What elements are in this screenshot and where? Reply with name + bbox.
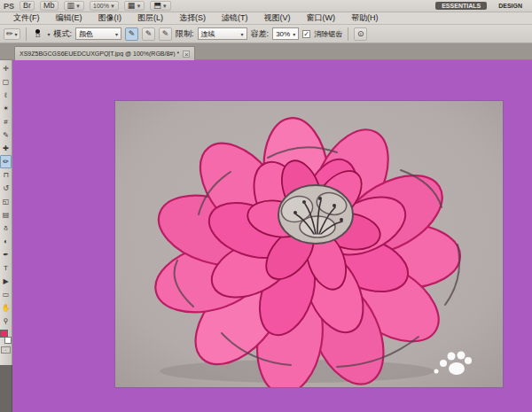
history-brush-tool[interactable]: ↺ [0,182,12,195]
marquee-icon: ▢ [3,78,10,86]
menu-image[interactable]: 图像(I) [90,12,130,24]
sampling-background-swatch-button[interactable]: ✎ [159,27,172,41]
divider [26,27,27,41]
gradient-tool[interactable]: ▤ [0,208,12,222]
menu-help[interactable]: 帮助(H) [343,12,387,24]
gradient-icon: ▤ [3,211,10,219]
menu-layer[interactable]: 图层(L) [129,12,171,24]
antialias-checkbox[interactable]: ✓ [302,30,310,38]
arrange-documents-icon: ▦ [128,2,136,10]
close-icon[interactable]: × [183,51,190,58]
menu-select[interactable]: 选择(S) [171,12,214,24]
hand-icon: ✋ [2,304,11,312]
eraser-tool[interactable]: ◱ [0,195,12,208]
eyedropper-swatch-icon: ✎ [162,30,169,38]
flower-artwork [115,101,503,387]
tool-preset-picker[interactable]: ✏ ▾ [4,28,20,40]
zoom-tool[interactable]: ⚲ [0,315,12,328]
sampling-once-button[interactable]: ✎ [142,27,155,41]
background-color-swatch[interactable] [4,337,12,344]
clone-stamp-tool[interactable]: ⊓ [0,168,12,182]
tolerance-input[interactable]: 30% ▾ [272,27,299,40]
tools-panel: ✛ ▢ ℓ ✶ # ✎ ✚ ✏ ⊓ ↺ ◱ ▤ δ ◐ ✒ T ▶ ▭ ✋ ⚲ … [0,60,12,365]
zoom-level-value: 100% [93,3,109,9]
workspace-essentials-button[interactable]: ESSENTIALS [435,2,487,10]
eyedropper-icon: ✎ [3,131,9,139]
limits-label: 限制: [176,28,194,40]
chevron-down-icon: ▾ [15,31,18,37]
tools-panel-footer [0,365,12,412]
tool-options-bar: ✏ ▾ 13 ▾ 模式: 颜色 ▾ ✎ ✎ ✎ 限制: 连续 ▾ 容差: 30%… [0,25,532,43]
tablet-pressure-button[interactable]: ⊙ [354,27,367,41]
type-tool[interactable]: T [0,261,12,275]
menu-file[interactable]: 文件(F) [5,12,48,24]
chevron-down-icon: ▼ [75,4,81,9]
document-canvas[interactable] [115,101,503,387]
shape-tool[interactable]: ▭ [0,288,12,301]
eyedropper-once-icon: ✎ [145,30,153,38]
mini-bridge-button[interactable]: Mb [40,1,59,11]
menu-view[interactable]: 视图(V) [256,12,299,24]
quick-selection-icon: ✶ [3,105,9,113]
menu-bar: 文件(F) 编辑(E) 图像(I) 图层(L) 选择(S) 滤镜(T) 视图(V… [0,12,532,25]
menu-window[interactable]: 窗口(W) [299,12,344,24]
document-tab[interactable]: XS9Z5BGCGS6EUEDCUXGPQ[T.jpg @ 100%(RGB/8… [14,46,195,60]
brush-preset-picker[interactable]: 13 [32,29,44,38]
crop-tool[interactable]: # [0,115,12,128]
tolerance-label: 容差: [251,28,270,40]
chevron-down-icon: ▼ [110,4,115,9]
healing-brush-tool[interactable]: ✚ [0,142,12,155]
eyedropper-tool[interactable]: ✎ [0,128,12,142]
hand-tool[interactable]: ✋ [0,301,12,315]
marquee-tool[interactable]: ▢ [0,75,12,89]
crop-icon: # [4,118,7,126]
color-replacement-brush-tool[interactable]: ✏ [0,155,12,168]
mode-label: 模式: [54,28,73,40]
limits-select[interactable]: 连续 ▾ [198,27,247,40]
document-title: XS9Z5BGCGS6EUEDCUXGPQ[T.jpg @ 100%(RGB/8… [20,51,179,57]
workspace-design-button[interactable]: DESIGN [492,2,528,10]
mini-bridge-icon: Mb [43,2,55,10]
path-selection-tool[interactable]: ▶ [0,275,12,288]
clone-stamp-icon: ⊓ [3,171,8,179]
dodge-tool[interactable]: ◐ [0,235,12,248]
menu-edit[interactable]: 编辑(E) [48,12,90,24]
eyedropper-continuous-icon: ✎ [129,30,136,38]
dodge-icon: ◐ [4,237,8,245]
sampling-continuous-button[interactable]: ✎ [125,27,138,41]
document-tab-strip: XS9Z5BGCGS6EUEDCUXGPQ[T.jpg @ 100%(RGB/8… [0,43,532,60]
application-bar: PS Br Mb ▥ ▼ 100% ▼ ▦ ▼ ⬒ ▼ ESSENTIALS D… [0,0,532,12]
view-extras-button[interactable]: ▥ ▼ [64,1,84,11]
shape-icon: ▭ [3,291,10,299]
foreground-color-swatch[interactable] [0,330,8,338]
color-swatches [0,330,12,344]
screen-mode-button[interactable]: ⬒ ▼ [150,1,170,11]
blur-icon: δ [4,224,7,232]
lasso-icon: ℓ [4,91,7,99]
pen-tool[interactable]: ✒ [0,248,12,261]
pen-icon: ✒ [3,251,9,259]
history-brush-icon: ↺ [3,184,9,192]
chevron-down-icon: ▾ [48,31,51,37]
photoshop-window: { "app": { "logo": "PS", "zoom_level": "… [0,0,532,412]
chevron-down-icon: ▼ [162,4,168,9]
photoshop-logo: PS [4,2,14,11]
limits-value: 连续 [201,29,215,39]
active-tool-icon: ✏ [6,30,13,38]
lasso-tool[interactable]: ℓ [0,89,12,102]
chevron-down-icon: ▾ [293,31,295,37]
screen-mode-icon: ⬒ [153,2,161,10]
quick-selection-tool[interactable]: ✶ [0,102,12,115]
mode-select[interactable]: 颜色 ▾ [75,27,121,40]
bridge-button[interactable]: Br [20,1,35,11]
mode-value: 颜色 [79,29,93,39]
blur-tool[interactable]: δ [0,222,12,235]
divider [348,27,348,41]
menu-filter[interactable]: 滤镜(T) [214,12,256,24]
zoom-level-dropdown[interactable]: 100% ▼ [90,1,119,11]
move-icon: ✛ [3,65,9,73]
move-tool[interactable]: ✛ [0,62,12,75]
quick-mask-button[interactable]: ◦ [1,346,11,354]
arrange-documents-button[interactable]: ▦ ▼ [124,1,145,11]
chevron-down-icon: ▾ [241,31,244,37]
